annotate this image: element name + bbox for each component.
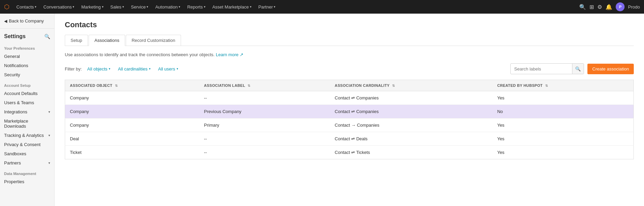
nav-asset-marketplace[interactable]: Asset Marketplace ▾ (210, 3, 254, 11)
nav-automation[interactable]: Automation ▾ (152, 3, 183, 11)
search-icon[interactable]: 🔍 (579, 4, 586, 10)
filter-all-users[interactable]: All users ▾ (156, 65, 180, 73)
table-row[interactable]: Ticket -- Contact ⇌ Tickets Yes (65, 146, 634, 159)
avatar[interactable]: P (616, 2, 625, 11)
chevron-down-icon: ▾ (179, 5, 180, 9)
tab-content: Use associations to identify and track t… (65, 46, 634, 159)
cell-associated-object: Company (65, 91, 199, 105)
sidebar-item-marketplace-downloads[interactable]: Marketplace Downloads (0, 116, 54, 131)
search-labels-field: 🔍 (510, 63, 584, 74)
tab-associations[interactable]: Associations (89, 35, 125, 46)
cell-association-label: -- (199, 132, 330, 146)
sidebar-item-partners[interactable]: Partners ▾ (0, 158, 54, 168)
chevron-down-icon: ▾ (122, 5, 124, 9)
description-text: Use associations to identify and track t… (65, 52, 634, 57)
search-labels-input[interactable] (511, 66, 572, 72)
sidebar-item-notifications[interactable]: Notifications (0, 61, 54, 70)
cell-associated-object: Company (65, 118, 199, 132)
sidebar-item-general[interactable]: General (0, 52, 54, 61)
nav-sales[interactable]: Sales ▾ (108, 3, 127, 11)
create-association-button[interactable]: Create association (587, 64, 634, 74)
back-to-company-button[interactable]: ◀ Back to Company (0, 14, 54, 29)
nav-contacts[interactable]: Contacts ▾ (14, 3, 39, 11)
app-body: ◀ Back to Company Settings 🔍 Your Prefer… (0, 14, 644, 206)
hubspot-logo: ⬡ (4, 3, 10, 11)
search-icon: 🔍 (575, 66, 581, 72)
cell-associated-object: Ticket (65, 146, 199, 159)
nav-marketing[interactable]: Marketing ▾ (78, 3, 106, 11)
cell-cardinality: Contact ⇌ Companies (330, 105, 493, 118)
cell-created-by-hubspot: Yes (492, 132, 633, 146)
cell-created-by-hubspot: Yes (492, 146, 633, 159)
learn-more-link[interactable]: Learn more ↗ (216, 52, 243, 57)
chevron-down-icon: ▾ (250, 5, 252, 9)
filters-row: Filter by: All objects ▾ All cardinaliti… (65, 63, 634, 74)
nav-icons: 🔍 ⊞ ⚙ 🔔 P Prodo (579, 2, 640, 11)
sort-icon: ⇅ (248, 84, 250, 88)
tabs: Setup Associations Record Customization (65, 35, 634, 46)
sidebar-item-properties[interactable]: Properties (0, 177, 54, 186)
sidebar-section-your-preferences: Your Preferences (0, 42, 54, 52)
cell-created-by-hubspot: No (492, 105, 633, 118)
cell-created-by-hubspot: Yes (492, 91, 633, 105)
content-area: Contacts Setup Associations Record Custo… (55, 14, 644, 166)
settings-icon[interactable]: ⚙ (597, 4, 602, 10)
cell-association-label: Primary (199, 118, 330, 132)
back-arrow-icon: ◀ (4, 19, 7, 23)
tab-setup[interactable]: Setup (65, 35, 88, 46)
filter-label: Filter by: (65, 66, 82, 72)
sidebar-item-privacy-consent[interactable]: Privacy & Consent (0, 140, 54, 149)
col-associated-object: ASSOCIATED OBJECT ⇅ (65, 80, 199, 91)
sidebar-item-tracking-analytics[interactable]: Tracking & Analytics ▾ (0, 131, 54, 140)
chevron-down-icon: ▾ (102, 5, 104, 9)
user-label[interactable]: Prodo (628, 4, 640, 10)
chevron-down-icon: ▾ (48, 110, 50, 114)
sidebar-item-sandboxes[interactable]: Sandboxes (0, 149, 54, 158)
sidebar-search-icon[interactable]: 🔍 (44, 34, 50, 39)
table-row[interactable]: Company Previous Company Contact ⇌ Compa… (65, 105, 634, 118)
nav-conversations[interactable]: Conversations ▾ (41, 3, 77, 11)
chevron-down-icon: ▾ (48, 161, 50, 165)
sort-icon: ⇅ (392, 84, 395, 88)
cell-created-by-hubspot: Yes (492, 118, 633, 132)
cell-associated-object: Company (65, 105, 199, 118)
nav-partner[interactable]: Partner ▾ (256, 3, 279, 11)
sort-icon: ⇅ (115, 84, 118, 88)
sidebar-item-users-teams[interactable]: Users & Teams (0, 98, 54, 107)
cell-association-label: Previous Company (199, 105, 330, 118)
top-navigation: ⬡ Contacts ▾ Conversations ▾ Marketing ▾… (0, 0, 644, 14)
search-labels-button[interactable]: 🔍 (572, 64, 584, 74)
notifications-icon[interactable]: 🔔 (605, 4, 612, 10)
col-created-by-hubspot: CREATED BY HUBSPOT ⇅ (492, 80, 633, 91)
table-row[interactable]: Company Primary Contact → Companies Yes (65, 118, 634, 132)
table-body: Company -- Contact ⇌ Companies Yes Compa… (65, 91, 634, 159)
table-header: ASSOCIATED OBJECT ⇅ ASSOCIATION LABEL ⇅ … (65, 80, 634, 91)
cell-cardinality: Contact ⇌ Deals (330, 132, 493, 146)
cell-associated-object: Deal (65, 132, 199, 146)
main-content: Contacts Setup Associations Record Custo… (55, 14, 644, 206)
sidebar: ◀ Back to Company Settings 🔍 Your Prefer… (0, 14, 55, 206)
tab-record-customization[interactable]: Record Customization (126, 35, 181, 46)
cell-cardinality: Contact ⇌ Companies (330, 91, 493, 105)
sidebar-item-security[interactable]: Security (0, 70, 54, 79)
sidebar-section-account-setup: Account Setup (0, 79, 54, 89)
cell-association-label: -- (199, 91, 330, 105)
table-row[interactable]: Deal -- Contact ⇌ Deals Yes (65, 132, 634, 146)
filter-all-cardinalities[interactable]: All cardinalities ▾ (116, 65, 153, 73)
nav-service[interactable]: Service ▾ (128, 3, 151, 11)
nav-reports[interactable]: Reports ▾ (184, 3, 208, 11)
sidebar-item-account-defaults[interactable]: Account Defaults (0, 89, 54, 98)
chevron-down-icon: ▾ (35, 5, 36, 9)
sidebar-title: Settings (4, 33, 26, 39)
associations-table: ASSOCIATED OBJECT ⇅ ASSOCIATION LABEL ⇅ … (65, 80, 634, 159)
chevron-down-icon: ▾ (274, 5, 275, 9)
chevron-down-icon: ▾ (147, 5, 148, 9)
chevron-down-icon: ▾ (204, 5, 206, 9)
chevron-down-icon: ▾ (48, 133, 50, 137)
sort-icon: ⇅ (545, 84, 548, 88)
filter-all-objects[interactable]: All objects ▾ (85, 65, 113, 73)
apps-icon[interactable]: ⊞ (589, 4, 594, 10)
chevron-down-icon: ▾ (73, 5, 74, 9)
sidebar-item-integrations[interactable]: Integrations ▾ (0, 107, 54, 116)
table-row[interactable]: Company -- Contact ⇌ Companies Yes (65, 91, 634, 105)
